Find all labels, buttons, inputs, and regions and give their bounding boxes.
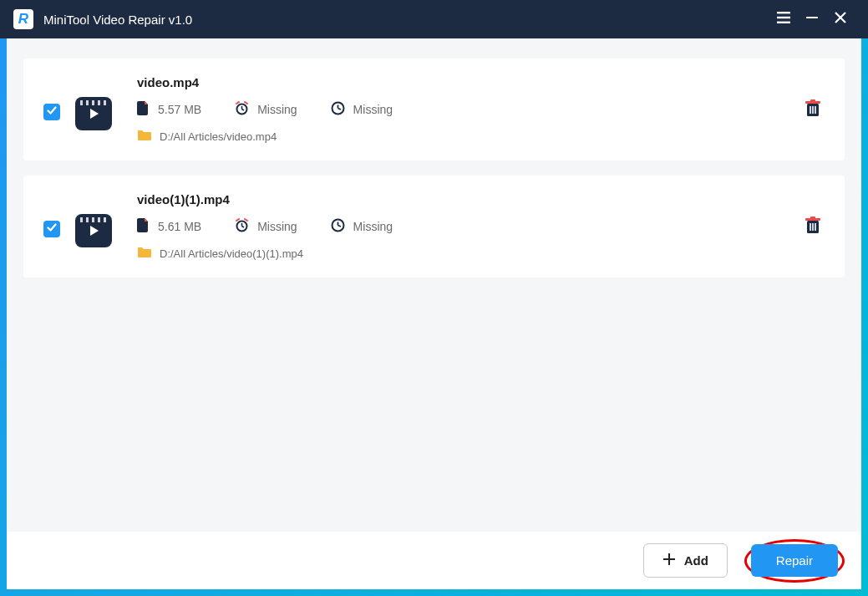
close-button[interactable] bbox=[826, 5, 855, 33]
file-date: Missing bbox=[331, 218, 393, 235]
titlebar: R MiniTool Video Repair v1.0 bbox=[0, 0, 868, 38]
svg-line-25 bbox=[236, 219, 239, 221]
add-label: Add bbox=[684, 553, 708, 568]
file-size-value: 5.61 MB bbox=[158, 220, 201, 233]
svg-line-24 bbox=[242, 227, 245, 228]
content-area: video.mp4 5.57 MB Missing bbox=[7, 38, 861, 589]
svg-line-11 bbox=[245, 102, 247, 104]
repair-button[interactable]: Repair bbox=[751, 544, 838, 577]
file-info: video(1)(1).mp4 5.61 MB Miss bbox=[137, 192, 801, 261]
file-path: D:/All Articles/video(1)(1).mp4 bbox=[160, 247, 303, 260]
file-duration: Missing bbox=[235, 101, 297, 118]
svg-rect-35 bbox=[815, 223, 816, 231]
file-date-value: Missing bbox=[353, 220, 393, 233]
app-title: MiniTool Video Repair v1.0 bbox=[43, 13, 192, 27]
minimize-button[interactable] bbox=[798, 5, 826, 33]
svg-marker-21 bbox=[90, 226, 99, 236]
alarm-clock-icon bbox=[235, 101, 249, 118]
svg-rect-19 bbox=[812, 106, 814, 114]
check-icon bbox=[46, 222, 58, 237]
hamburger-icon bbox=[777, 12, 790, 27]
svg-rect-17 bbox=[810, 99, 815, 102]
svg-line-10 bbox=[236, 102, 239, 104]
svg-rect-18 bbox=[810, 106, 811, 114]
file-path-row: D:/All Articles/video.mp4 bbox=[137, 130, 801, 144]
delete-button[interactable] bbox=[801, 99, 825, 122]
clock-icon bbox=[331, 218, 345, 235]
trash-icon bbox=[805, 99, 821, 121]
file-path: D:/All Articles/video.mp4 bbox=[160, 130, 277, 143]
file-size-value: 5.57 MB bbox=[158, 103, 201, 116]
file-name: video(1)(1).mp4 bbox=[137, 192, 801, 206]
file-icon bbox=[137, 218, 150, 235]
app-window: R MiniTool Video Repair v1.0 bbox=[0, 0, 868, 596]
repair-label: Repair bbox=[776, 553, 813, 568]
file-duration: Missing bbox=[235, 218, 297, 235]
file-size: 5.57 MB bbox=[137, 101, 201, 118]
svg-rect-0 bbox=[777, 12, 790, 13]
close-icon bbox=[835, 12, 846, 27]
svg-rect-34 bbox=[812, 223, 814, 231]
file-size: 5.61 MB bbox=[137, 218, 201, 235]
trash-icon bbox=[805, 216, 821, 238]
alarm-clock-icon bbox=[235, 218, 249, 235]
folder-icon bbox=[137, 247, 151, 261]
svg-rect-1 bbox=[777, 17, 790, 18]
file-checkbox[interactable] bbox=[43, 221, 60, 237]
add-button[interactable]: Add bbox=[643, 543, 728, 578]
file-date-value: Missing bbox=[353, 103, 393, 116]
clock-icon bbox=[331, 101, 345, 118]
video-thumbnail-icon bbox=[75, 214, 112, 247]
plus-icon bbox=[662, 553, 676, 568]
check-icon bbox=[46, 104, 58, 120]
delete-button[interactable] bbox=[801, 216, 825, 239]
svg-rect-33 bbox=[810, 223, 811, 231]
svg-rect-3 bbox=[806, 17, 818, 18]
file-path-row: D:/All Articles/video(1)(1).mp4 bbox=[137, 247, 801, 261]
menu-button[interactable] bbox=[769, 5, 798, 33]
file-duration-value: Missing bbox=[257, 103, 297, 116]
svg-line-26 bbox=[245, 219, 247, 221]
svg-rect-32 bbox=[810, 216, 815, 219]
file-meta-row: 5.61 MB Missing Missing bbox=[137, 218, 801, 235]
app-logo: R bbox=[13, 9, 33, 29]
file-duration-value: Missing bbox=[257, 220, 297, 233]
file-card: video.mp4 5.57 MB Missing bbox=[23, 59, 845, 160]
svg-line-9 bbox=[242, 110, 245, 111]
file-checkbox[interactable] bbox=[43, 104, 60, 120]
svg-marker-6 bbox=[90, 109, 99, 119]
video-thumbnail-icon bbox=[75, 97, 112, 130]
file-date: Missing bbox=[331, 101, 393, 118]
svg-line-14 bbox=[338, 109, 341, 110]
file-card: video(1)(1).mp4 5.61 MB Miss bbox=[23, 176, 845, 278]
repair-highlight-annotation: Repair bbox=[751, 544, 838, 577]
svg-rect-20 bbox=[815, 106, 816, 114]
file-icon bbox=[137, 101, 150, 118]
svg-rect-2 bbox=[777, 22, 790, 23]
folder-icon bbox=[137, 130, 151, 144]
minimize-icon bbox=[806, 12, 818, 27]
file-name: video.mp4 bbox=[137, 75, 801, 89]
svg-line-29 bbox=[338, 226, 341, 227]
file-list: video.mp4 5.57 MB Missing bbox=[23, 59, 845, 532]
file-meta-row: 5.57 MB Missing Missing bbox=[137, 101, 801, 118]
bottom-bar: Add Repair bbox=[7, 532, 861, 589]
file-info: video.mp4 5.57 MB Missing bbox=[137, 75, 801, 144]
